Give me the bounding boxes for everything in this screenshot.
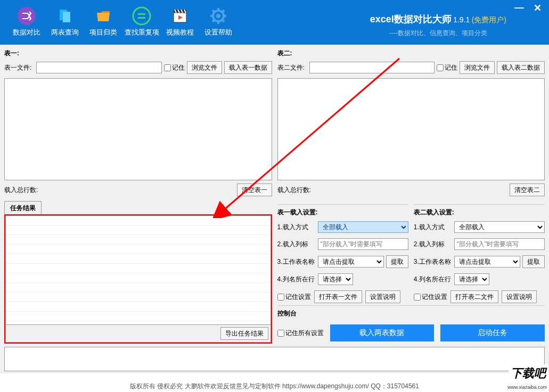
- table2-clear-button[interactable]: 清空表二: [510, 184, 545, 196]
- svg-line-15: [212, 10, 215, 12]
- settings1-colrow-select[interactable]: 请选择: [318, 273, 353, 285]
- table1-browse-button[interactable]: 浏览文件: [187, 61, 222, 74]
- app-title-block: excel数据对比大师 1.9.1 (免费用户) ----数据对比、信息查询、项…: [370, 13, 506, 38]
- svg-point-0: [18, 7, 36, 25]
- svg-rect-2: [63, 12, 70, 22]
- settings1-loadmode-select[interactable]: 全部载入: [318, 221, 408, 233]
- settings1-extract-button[interactable]: 提取: [386, 255, 408, 268]
- table2-load-total: 载入总行数:: [277, 186, 311, 195]
- table1-panel: 表一: 表一文件: 记住 浏览文件 载入表一数据 载入总行数: 清空表一 任务结…: [4, 47, 272, 344]
- settings2-sheetname-select[interactable]: 请点击提取: [454, 256, 520, 268]
- table2-load-settings: 表二载入设置: 1.载入方式全部载入 2.载入列标 3.工作表名称请点击提取提取…: [414, 204, 545, 303]
- svg-point-3: [133, 7, 150, 24]
- main-toolbar: 数据对比 两表查询 项目归类 查找重复项 视频教程: [0, 0, 237, 39]
- table2-load-button[interactable]: 载入表二数据: [497, 61, 545, 74]
- svg-rect-4: [138, 13, 145, 15]
- task-result-highlight: 导出任务结果: [4, 214, 272, 344]
- titlebar: 数据对比 两表查询 项目归类 查找重复项 视频教程: [0, 0, 549, 45]
- settings1-header: 表一载入设置:: [277, 208, 408, 217]
- start-task-button[interactable]: 启动任务: [440, 324, 545, 341]
- settings1-remember[interactable]: 记住设置: [277, 293, 311, 302]
- settings2-extract-button[interactable]: 提取: [522, 255, 545, 268]
- table1-data-area[interactable]: [4, 78, 272, 180]
- clapperboard-icon: [170, 6, 190, 26]
- svg-point-10: [216, 14, 220, 18]
- tool-project-category[interactable]: 项目归类: [84, 4, 122, 39]
- minimize-button[interactable]: —: [513, 2, 526, 14]
- control-panel: 控制台 记住所有设置 载入两表数据 启动任务: [277, 305, 545, 344]
- settings2-header: 表二载入设置:: [414, 208, 545, 217]
- content-area: 表一: 表一文件: 记住 浏览文件 载入表一数据 载入总行数: 清空表一 任务结…: [0, 45, 549, 373]
- settings2-remember[interactable]: 记住设置: [414, 293, 447, 302]
- table2-remember[interactable]: 记住: [437, 63, 457, 72]
- tool-label: 视频教程: [166, 28, 194, 37]
- free-user-label: (免费用户): [472, 15, 506, 24]
- svg-line-16: [222, 20, 224, 22]
- load-both-tables-button[interactable]: 载入两表数据: [330, 324, 435, 341]
- settings2-openfile-button[interactable]: 打开表二文件: [450, 290, 498, 303]
- gear-icon: [209, 6, 228, 26]
- task-result-area[interactable]: [5, 215, 271, 325]
- svg-line-17: [212, 20, 215, 22]
- tool-two-table-query[interactable]: 两表查询: [46, 4, 84, 39]
- table1-load-settings: 表一载入设置: 1.载入方式全部载入 2.载入列标 3.工作表名称请点击提取提取…: [277, 204, 408, 303]
- remember-all-settings[interactable]: 记住所有设置: [277, 329, 324, 338]
- svg-line-18: [222, 10, 224, 12]
- app-title: excel数据对比大师: [370, 14, 452, 24]
- settings2-loadmode-select[interactable]: 全部载入: [454, 221, 545, 233]
- table1-clear-button[interactable]: 清空表一: [237, 184, 272, 196]
- settings2-help-button[interactable]: 设置说明: [502, 290, 537, 303]
- table2-browse-button[interactable]: 浏览文件: [460, 61, 495, 74]
- settings2-colrow-select[interactable]: 请选择: [454, 273, 489, 285]
- table1-load-button[interactable]: 载入表一数据: [224, 61, 272, 74]
- tool-label: 数据对比: [13, 28, 40, 37]
- tool-settings-help[interactable]: 设置帮助: [199, 4, 237, 39]
- tool-label: 两表查询: [51, 28, 79, 37]
- table1-file-label: 表一文件:: [4, 63, 34, 72]
- watermark-logo: 下载吧: [509, 364, 548, 382]
- tool-label: 项目归类: [89, 28, 117, 37]
- tool-video-tutorial[interactable]: 视频教程: [161, 4, 199, 39]
- tool-find-duplicate[interactable]: 查找重复项: [122, 4, 161, 39]
- table2-panel: 表二: 表二文件: 记住 浏览文件 载入表二数据 载入总行数: 清空表二: [277, 47, 545, 202]
- window-controls: — ✕: [513, 2, 544, 14]
- settings1-help-button[interactable]: 设置说明: [365, 290, 400, 303]
- folder-icon: [94, 6, 113, 26]
- table1-load-total: 载入总行数:: [4, 186, 38, 195]
- table2-data-area[interactable]: [277, 78, 545, 180]
- table2-file-label: 表二文件:: [277, 63, 307, 72]
- settings1-sheetname-select[interactable]: 请点击提取: [318, 256, 384, 268]
- table1-remember[interactable]: 记住: [164, 63, 185, 72]
- settings1-loadcol-input[interactable]: [318, 238, 408, 250]
- table1-header: 表一:: [4, 47, 272, 60]
- svg-rect-5: [138, 17, 145, 19]
- table1-file-input[interactable]: [36, 62, 162, 73]
- tool-data-compare[interactable]: 数据对比: [7, 4, 46, 39]
- equals-icon: [132, 6, 151, 26]
- task-result-tab[interactable]: 任务结果: [4, 201, 42, 215]
- table2-file-input[interactable]: [309, 62, 435, 73]
- tool-label: 设置帮助: [204, 28, 232, 37]
- control-header: 控制台: [277, 309, 545, 318]
- close-button[interactable]: ✕: [531, 2, 544, 14]
- documents-icon: [55, 6, 75, 26]
- shuffle-icon: [17, 6, 36, 26]
- settings1-openfile-button[interactable]: 打开表一文件: [314, 290, 362, 303]
- table2-header: 表二:: [277, 47, 545, 60]
- export-task-result-button[interactable]: 导出任务结果: [220, 327, 268, 340]
- settings2-loadcol-input[interactable]: [454, 238, 545, 250]
- footer-text: 版权所有 侵权必究 大鹏软件欢迎反馈意见与定制软件 https://www.da…: [0, 382, 549, 391]
- app-version: 1.9.1: [453, 15, 470, 24]
- tool-label: 查找重复项: [125, 28, 159, 37]
- app-subtitle: ----数据对比、信息查询、项目分类: [370, 29, 506, 38]
- bottom-log-area[interactable]: [4, 347, 545, 371]
